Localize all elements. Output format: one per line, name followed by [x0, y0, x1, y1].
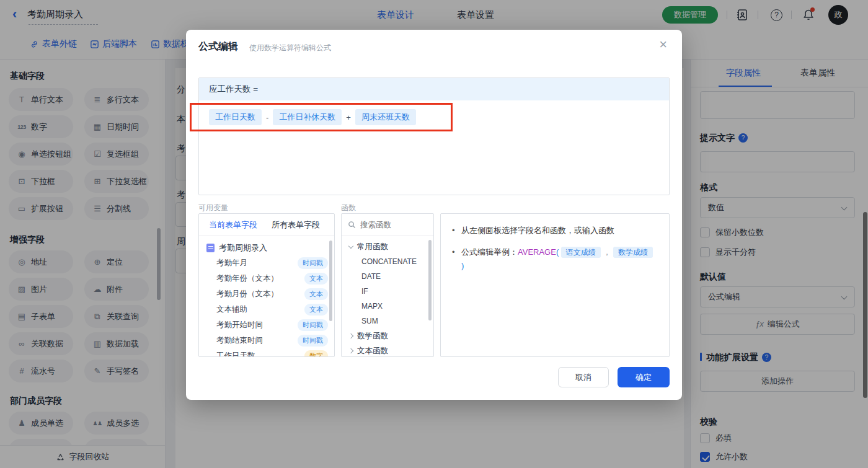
variables-form-name: 考勤周期录入: [219, 242, 267, 254]
functions-label: 函数: [341, 203, 356, 213]
variable-type-badge: 时间戳: [298, 335, 328, 347]
tab-all-form-fields[interactable]: 所有表单字段: [272, 219, 320, 231]
variable-type-badge: 时间戳: [298, 257, 328, 269]
variable-name: 考勤开始时间: [216, 320, 298, 330]
function-item[interactable]: SUM: [342, 314, 433, 329]
variable-name: 考勤年份（文本）: [216, 273, 304, 284]
function-group-text[interactable]: 文本函数: [342, 343, 433, 357]
close-icon[interactable]: ×: [659, 38, 667, 51]
form-doc-icon: [206, 244, 215, 252]
tip-paren-open: (: [556, 247, 559, 257]
variable-row[interactable]: 考勤结束时间时间戳: [199, 333, 334, 348]
variable-name: 文本辅助: [216, 304, 304, 315]
variables-scrollbar[interactable]: [329, 241, 332, 321]
modal-subtitle: 使用数学运算符编辑公式: [249, 43, 331, 53]
variable-name: 工作日天数: [216, 351, 304, 357]
function-group-label: 常用函数: [357, 242, 388, 252]
tab-current-form-fields[interactable]: 当前表单字段: [209, 219, 257, 231]
variable-name: 考勤月份（文本）: [216, 289, 304, 299]
variable-row[interactable]: 考勤年份（文本）文本: [199, 271, 334, 286]
chevron-right-icon: [348, 333, 353, 338]
function-item[interactable]: MAPX: [342, 299, 433, 314]
search-icon: [348, 221, 356, 229]
tips-panel: 从左侧面板选择字段名和函数，或输入函数 公式编辑举例：AVERAGE( 语文成绩…: [440, 213, 670, 357]
variable-row[interactable]: 考勤月份（文本）文本: [199, 286, 334, 302]
tip-example-chip: 语文成绩: [561, 247, 601, 258]
cancel-button[interactable]: 取消: [558, 367, 609, 387]
modal-title: 公式编辑: [198, 40, 238, 53]
function-search: [342, 214, 433, 236]
variable-row[interactable]: 工作日天数数字: [199, 348, 334, 357]
variables-tree: 考勤周期录入 考勤年月时间戳 考勤年份（文本）文本 考勤月份（文本）文本 文本辅…: [199, 236, 334, 357]
variable-row[interactable]: 考勤开始时间时间戳: [199, 317, 334, 333]
function-item[interactable]: IF: [342, 284, 433, 299]
tip-example-prefix: 公式编辑举例：: [461, 247, 518, 257]
chevron-down-icon: [348, 243, 353, 248]
function-group-math[interactable]: 数学函数: [342, 329, 433, 343]
functions-panel: 常用函数 CONCATENATE DATE IF MAPX SUM 数学函数 文…: [341, 213, 434, 357]
variable-type-badge: 文本: [304, 304, 328, 316]
function-group-label: 数学函数: [357, 331, 388, 342]
variable-type-badge: 文本: [304, 273, 328, 285]
variable-name: 考勤结束时间: [216, 335, 298, 346]
tip-example-chip: 数学成绩: [613, 247, 653, 258]
tip-paren-close: ): [461, 261, 464, 270]
tip-line-2: 公式编辑举例：AVERAGE( 语文成绩 ， 数学成绩 ): [452, 245, 658, 273]
annotation-red-box: [190, 103, 453, 131]
variable-type-badge: 文本: [304, 288, 328, 300]
function-group-label: 文本函数: [357, 346, 388, 356]
variables-tabs: 当前表单字段 所有表单字段: [199, 214, 334, 236]
functions-scrollbar[interactable]: [428, 240, 432, 320]
variable-type-badge: 时间戳: [298, 319, 328, 331]
variable-type-badge: 数字: [304, 350, 328, 357]
variable-row[interactable]: 文本辅助文本: [199, 302, 334, 317]
variable-name: 考勤年月: [216, 258, 298, 268]
function-item[interactable]: CONCATENATE: [342, 254, 433, 269]
variables-panel: 当前表单字段 所有表单字段 考勤周期录入 考勤年月时间戳 考勤年份（文本）文本 …: [198, 213, 335, 357]
function-item[interactable]: DATE: [342, 269, 433, 284]
available-variables-label: 可用变量: [198, 203, 228, 213]
function-group-common[interactable]: 常用函数: [342, 239, 433, 254]
tip-comma: ，: [603, 247, 611, 257]
formula-edit-modal: 公式编辑 使用数学运算符编辑公式 × 应工作天数 = 工作日天数 - 工作日补休…: [186, 30, 682, 400]
chevron-right-icon: [348, 348, 353, 353]
formula-target: 应工作天数 =: [199, 78, 669, 100]
variables-form-node[interactable]: 考勤周期录入: [199, 240, 334, 255]
tip-line-1: 从左侧面板选择字段名和函数，或输入函数: [452, 224, 658, 237]
search-input[interactable]: [360, 221, 419, 229]
formula-editor: 应工作天数 = 工作日天数 - 工作日补休天数 + 周末还班天数: [198, 77, 670, 195]
tip-function-name: AVERAGE: [518, 247, 556, 257]
functions-tree: 常用函数 CONCATENATE DATE IF MAPX SUM 数学函数 文…: [342, 236, 433, 357]
variable-row[interactable]: 考勤年月时间戳: [199, 255, 334, 271]
confirm-button[interactable]: 确定: [618, 367, 670, 387]
